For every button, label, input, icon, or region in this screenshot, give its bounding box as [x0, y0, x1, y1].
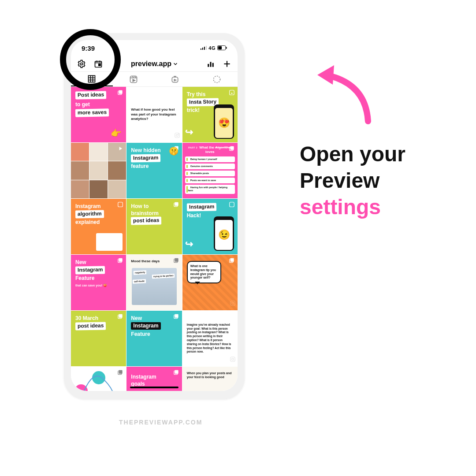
diagram-illustration	[71, 367, 126, 391]
svg-point-28	[232, 190, 234, 193]
arrow-annotation	[309, 57, 379, 130]
svg-rect-12	[212, 63, 214, 67]
svg-point-21	[178, 134, 178, 134]
reel-icon	[229, 201, 235, 208]
svg-rect-1	[202, 48, 203, 50]
svg-point-40	[232, 302, 234, 305]
grid-tile[interactable]: Instagram Hack! 😉 ↪	[182, 199, 238, 254]
svg-rect-3	[206, 46, 207, 50]
grid-tile[interactable]: Try this Insta Story trick! 😍 ↪	[182, 87, 238, 142]
grid-tile[interactable]: 30 March post ideas	[71, 311, 126, 366]
grid-tile[interactable]: Imagine you've already reached your goal…	[182, 311, 238, 366]
photo-placeholder: negativity self doubt trying to be perfe…	[132, 268, 176, 305]
grid-tile[interactable]	[71, 143, 126, 198]
grid-tile[interactable]: New Instagram Feature	[126, 311, 182, 366]
speech-bubble: What is one Instagram tip you would give…	[187, 261, 221, 283]
tab-stories[interactable]	[196, 72, 238, 86]
account-selector[interactable]: preview.app	[131, 60, 178, 68]
svg-rect-29	[118, 202, 123, 207]
status-network: 4G	[208, 45, 216, 51]
svg-point-20	[176, 134, 178, 137]
grid-tile[interactable]: Post ideas to get more saves 👉	[71, 87, 126, 142]
carousel-icon	[117, 89, 123, 96]
svg-rect-22	[230, 90, 234, 95]
svg-point-46	[232, 358, 234, 361]
watermark: THEPREVIEWAPP.COM	[119, 419, 202, 426]
svg-rect-5	[218, 46, 222, 49]
reel-icon	[117, 201, 123, 208]
instagram-icon	[230, 356, 236, 364]
svg-rect-39	[231, 301, 235, 306]
grid-tile[interactable]: 🤫 New hidden Instagram feature	[126, 143, 182, 198]
account-name: preview.app	[131, 60, 171, 68]
grid-tile[interactable]: Mood these days negativity self doubt tr…	[126, 255, 182, 310]
grid-tile[interactable]: When you plan your posts and your feed i…	[182, 367, 238, 391]
home-indicator	[130, 387, 178, 388]
feed-grid[interactable]: Post ideas to get more saves 👉 What if h…	[71, 87, 238, 391]
svg-point-16	[213, 76, 220, 82]
analytics-icon[interactable]	[207, 60, 215, 68]
instagram-icon	[230, 188, 236, 197]
reel-icon	[229, 89, 235, 96]
carousel-icon	[117, 313, 123, 320]
svg-rect-0	[201, 48, 201, 50]
highlight-circle	[60, 29, 121, 90]
tab-reels[interactable]	[113, 72, 155, 86]
instagram-icon	[174, 132, 180, 141]
instruction-caption: Open your Preview settings	[300, 141, 458, 220]
svg-rect-11	[210, 62, 211, 67]
signal-icon	[201, 45, 207, 51]
grid-tile[interactable]: Instagram algorithm explained	[71, 199, 126, 254]
tab-igtv[interactable]	[154, 72, 196, 86]
carousel-icon	[173, 313, 179, 320]
reel-icon	[117, 145, 123, 152]
svg-rect-10	[208, 64, 209, 67]
phone-screen: 9:39 4G preview.app	[71, 40, 238, 391]
carousel-icon	[229, 257, 235, 264]
grid-tile[interactable]	[71, 367, 126, 391]
status-right: 4G	[201, 45, 227, 51]
grid-tile[interactable]: New Instagram Feature that can save you!…	[71, 255, 126, 310]
svg-rect-6	[226, 47, 227, 49]
phone-illustration: 😉	[214, 216, 234, 251]
grid-tile[interactable]: How to brainstorm post ideas	[126, 199, 182, 254]
svg-rect-32	[230, 202, 234, 207]
add-icon[interactable]	[223, 60, 231, 68]
svg-rect-45	[231, 357, 235, 362]
carousel-icon	[173, 201, 179, 208]
battery-icon	[217, 45, 227, 51]
carousel-icon	[173, 257, 179, 264]
grid-tile[interactable]: What is one Instagram tip you would give…	[182, 255, 238, 310]
chevron-down-icon	[172, 61, 178, 67]
phone-illustration: 😍	[214, 104, 234, 139]
grid-tile[interactable]: PART 2 What the Algorithm loves Being hu…	[182, 143, 238, 198]
carousel-icon	[117, 257, 123, 264]
grid-tile[interactable]: What if how good you feel was part of yo…	[126, 87, 182, 142]
instagram-icon	[230, 300, 236, 309]
carousel-icon	[173, 369, 179, 376]
svg-rect-2	[204, 47, 205, 50]
svg-rect-27	[231, 189, 235, 194]
